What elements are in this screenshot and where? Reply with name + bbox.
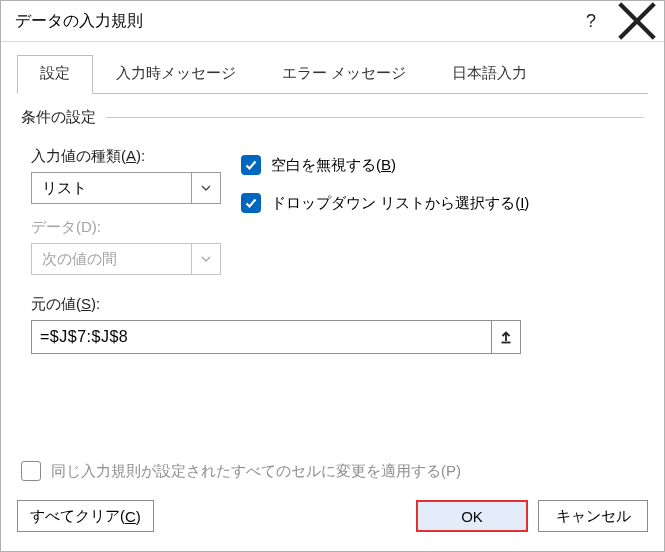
tab-settings[interactable]: 設定: [17, 55, 93, 94]
allow-select-value: リスト: [31, 172, 191, 204]
in-cell-dropdown-label: ドロップダウン リストから選択する(I): [271, 194, 529, 213]
apply-to-all-checkbox: [21, 461, 41, 481]
dialog-title: データの入力規則: [15, 11, 568, 32]
titlebar: データの入力規則 ?: [1, 1, 664, 42]
ignore-blank-row[interactable]: 空白を無視する(B): [241, 155, 644, 175]
cancel-button[interactable]: キャンセル: [538, 500, 648, 532]
help-button[interactable]: ?: [568, 3, 614, 39]
ignore-blank-label: 空白を無視する(B): [271, 156, 396, 175]
allow-label: 入力値の種類(A):: [31, 147, 221, 166]
in-cell-dropdown-row[interactable]: ドロップダウン リストから選択する(I): [241, 193, 644, 213]
settings-panel: 条件の設定 入力値の種類(A): リスト データ(D): 次の値の間: [1, 94, 664, 495]
data-validation-dialog: データの入力規則 ? 設定 入力時メッセージ エラー メッセージ 日本語入力 条…: [0, 0, 665, 552]
allow-select[interactable]: リスト: [31, 172, 221, 204]
group-label: 条件の設定: [21, 108, 96, 127]
validation-criteria-group: 条件の設定: [21, 108, 644, 127]
tab-ime-mode[interactable]: 日本語入力: [429, 55, 550, 94]
collapse-dialog-icon: [499, 330, 513, 344]
source-field-wrap: [31, 320, 521, 354]
data-select-value: 次の値の間: [31, 243, 191, 275]
close-icon: [614, 0, 660, 44]
ok-button[interactable]: OK: [416, 500, 528, 532]
data-select: 次の値の間: [31, 243, 221, 275]
checkmark-icon: [244, 196, 258, 210]
allow-select-arrow[interactable]: [191, 172, 221, 204]
close-button[interactable]: [614, 3, 660, 39]
tab-input-message[interactable]: 入力時メッセージ: [93, 55, 259, 94]
apply-to-all-row: 同じ入力規則が設定されたすべてのセルに変更を適用する(P): [21, 461, 461, 481]
in-cell-dropdown-checkbox[interactable]: [241, 193, 261, 213]
chevron-down-icon: [200, 253, 212, 265]
checkmark-icon: [244, 158, 258, 172]
data-select-arrow: [191, 243, 221, 275]
tab-error-alert[interactable]: エラー メッセージ: [259, 55, 429, 94]
source-input[interactable]: [31, 320, 491, 354]
ignore-blank-checkbox[interactable]: [241, 155, 261, 175]
dialog-footer: すべてクリア(C) OK キャンセル: [1, 495, 664, 551]
tab-bar: 設定 入力時メッセージ エラー メッセージ 日本語入力: [1, 42, 664, 93]
clear-all-button[interactable]: すべてクリア(C): [17, 500, 154, 532]
apply-to-all-label: 同じ入力規則が設定されたすべてのセルに変更を適用する(P): [51, 462, 461, 481]
range-picker-button[interactable]: [491, 320, 521, 354]
group-divider: [106, 117, 644, 118]
data-label: データ(D):: [31, 218, 221, 237]
source-label: 元の値(S):: [31, 295, 644, 314]
chevron-down-icon: [200, 182, 212, 194]
